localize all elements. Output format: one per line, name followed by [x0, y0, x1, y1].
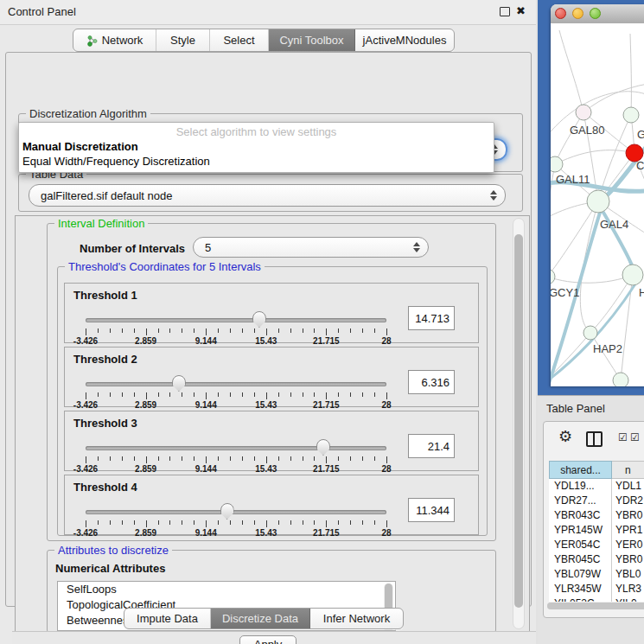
- slider-thumb[interactable]: [172, 375, 186, 392]
- tick-mark: [146, 328, 147, 335]
- network-edge[interactable]: [630, 34, 631, 115]
- network-node[interactable]: [622, 265, 643, 285]
- tab-label: Infer Network: [323, 612, 390, 625]
- algorithm-option-equal-width-frequency-discretization[interactable]: Equal Width/Frequency Discretization: [19, 154, 494, 169]
- network-node[interactable]: [587, 190, 609, 213]
- tick-mark: [194, 328, 194, 333]
- table-cell[interactable]: YDR27...: [549, 494, 612, 508]
- slider-track[interactable]: [86, 318, 386, 322]
- table-cell[interactable]: YER0: [612, 538, 644, 552]
- network-window-titlebar[interactable]: [551, 4, 644, 24]
- tab-infer-network[interactable]: Infer Network: [310, 609, 403, 628]
- zoom-traffic-light-icon[interactable]: [590, 8, 601, 19]
- table-cell[interactable]: YIL052C: [549, 596, 612, 602]
- network-node[interactable]: [551, 269, 555, 284]
- slider-thumb[interactable]: [252, 311, 266, 328]
- table-cell[interactable]: YDL19...: [549, 479, 612, 494]
- table-cell[interactable]: YPR145W: [549, 523, 612, 538]
- slider-thumb[interactable]: [316, 439, 330, 456]
- panel-scrollbar-thumb[interactable]: [514, 234, 523, 608]
- minimize-traffic-light-icon[interactable]: [572, 8, 583, 19]
- table-row: YBL079WYBL0: [549, 567, 644, 582]
- tick-mark: [158, 456, 159, 461]
- tab-style[interactable]: Style: [156, 29, 210, 51]
- network-node[interactable]: [623, 107, 639, 123]
- attribute-item-selfloops[interactable]: SelfLoops: [58, 582, 395, 597]
- tick-mark: [374, 520, 375, 525]
- network-edge[interactable]: [555, 150, 634, 164]
- network-node[interactable]: [613, 373, 628, 386]
- table-cell[interactable]: YBR0: [612, 552, 644, 567]
- tick-mark: [218, 328, 219, 333]
- table-cell[interactable]: YER054C: [549, 538, 612, 552]
- column-header-shared-[interactable]: shared...: [549, 461, 612, 479]
- tick-mark: [206, 456, 207, 463]
- table-cell[interactable]: YIL0: [612, 596, 644, 602]
- table-row: YER054CYER0: [549, 538, 644, 552]
- gear-icon[interactable]: ⚙: [558, 427, 572, 445]
- apply-button[interactable]: Apply: [239, 635, 296, 644]
- slider-track[interactable]: [86, 510, 386, 514]
- table-horizontal-scrollbar[interactable]: [547, 603, 644, 609]
- column-header-n[interactable]: n: [612, 461, 644, 479]
- network-edge[interactable]: [590, 333, 621, 380]
- table-cell[interactable]: YPR1: [612, 523, 644, 538]
- tick-mark: [169, 392, 170, 397]
- tab-discretize-data[interactable]: Discretize Data: [211, 609, 310, 628]
- table-cell[interactable]: YBR045C: [549, 552, 612, 567]
- node-table: shared...n YDL19...YDL1YDR27...YDR2YBR04…: [549, 461, 644, 602]
- table-cell[interactable]: YLR3: [612, 582, 644, 596]
- table-scrollbar-thumb[interactable]: [547, 603, 644, 609]
- tick-label: 2.859: [135, 464, 156, 474]
- threshold-value-input[interactable]: [408, 306, 455, 330]
- control-panel-titlebar: Control Panel ✖: [0, 0, 536, 25]
- algorithm-option-manual-discretization[interactable]: Manual Discretization: [19, 139, 494, 154]
- tick-mark: [254, 456, 255, 461]
- table-cell[interactable]: YBR0: [612, 508, 644, 523]
- checkbox-icon[interactable]: ☑: [618, 431, 628, 443]
- slider-track[interactable]: [86, 382, 386, 386]
- tick-mark: [158, 328, 159, 333]
- network-edge[interactable]: [555, 112, 583, 164]
- network-edge[interactable]: [559, 30, 583, 112]
- number-of-intervals-combobox[interactable]: 5: [193, 237, 429, 258]
- float-window-icon[interactable]: [500, 7, 510, 16]
- table-panel-card: ⚙ ☑ ☑ shared...n YDL19...YDL1YDR27...YDR…: [543, 421, 644, 618]
- table-data-combobox[interactable]: galFiltered.sif default node: [29, 184, 506, 207]
- table-cell[interactable]: YLR345W: [549, 582, 612, 596]
- tab-impute-data[interactable]: Impute Data: [124, 609, 211, 628]
- slider-track[interactable]: [86, 446, 386, 450]
- threshold-value-input[interactable]: [408, 498, 455, 522]
- threshold-value-input[interactable]: [408, 370, 455, 394]
- network-edge[interactable]: [551, 275, 633, 283]
- network-node[interactable]: [583, 326, 597, 340]
- tab-network[interactable]: Network: [73, 29, 156, 51]
- network-canvas[interactable]: GAL80GACGAL11GAL4GCY1HHAP2: [551, 23, 644, 386]
- tab-label: Select: [223, 34, 254, 47]
- tab-select[interactable]: Select: [210, 29, 269, 51]
- network-node[interactable]: [551, 156, 563, 172]
- table-cell[interactable]: YDR2: [612, 494, 644, 508]
- tab-label: Network: [102, 34, 143, 47]
- tick-label: 9.144: [195, 400, 217, 410]
- tick-mark: [110, 456, 111, 461]
- split-table-icon[interactable]: [586, 431, 603, 447]
- network-edge-highlighted[interactable]: [551, 213, 600, 386]
- tick-mark: [314, 392, 315, 397]
- close-icon[interactable]: ✖: [516, 4, 526, 17]
- slider-thumb[interactable]: [220, 503, 234, 520]
- threshold-value-input[interactable]: [408, 434, 455, 458]
- panel-scrollbar[interactable]: [513, 218, 525, 629]
- close-traffic-light-icon[interactable]: [555, 8, 566, 19]
- tab-label: jActiveMNodules: [363, 34, 447, 47]
- table-cell[interactable]: YBL079W: [549, 567, 612, 582]
- tab-cyni-toolbox[interactable]: Cyni Toolbox: [269, 29, 355, 51]
- table-cell[interactable]: YDL1: [612, 479, 644, 494]
- network-node[interactable]: [576, 105, 591, 120]
- checkbox-icon[interactable]: ☑: [630, 431, 640, 443]
- network-icon: [86, 35, 98, 47]
- tab-jactivemnodules[interactable]: jActiveMNodules: [355, 29, 454, 51]
- table-cell[interactable]: YBR043C: [549, 508, 612, 523]
- table-cell[interactable]: YBL0: [612, 567, 644, 582]
- tick-mark: [134, 520, 135, 525]
